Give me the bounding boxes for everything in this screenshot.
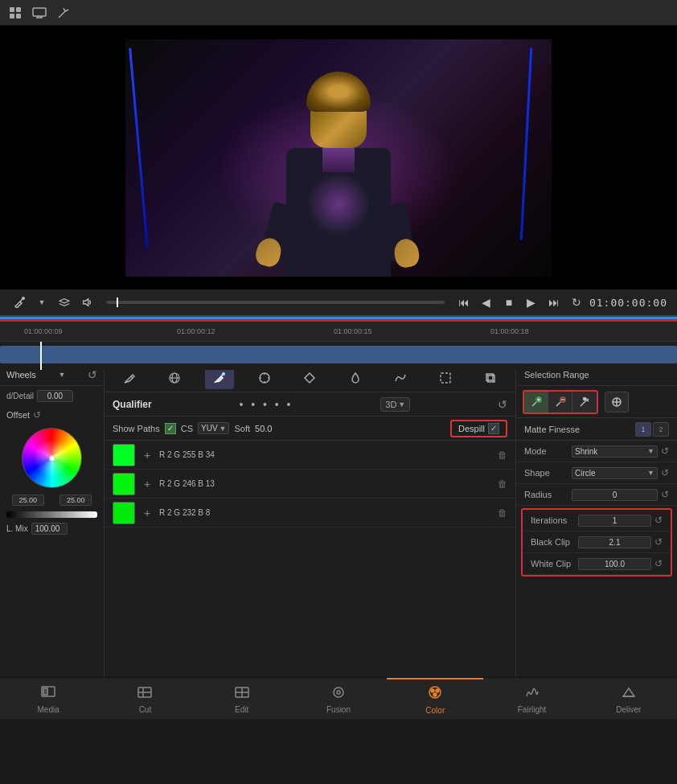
matte-shape-reset[interactable]: ↺	[661, 467, 669, 478]
color-wheel[interactable]	[22, 428, 82, 488]
offset-row: Offset ↺	[0, 406, 104, 424]
color-swatch-3[interactable]	[113, 502, 135, 524]
preview-section: ▼ ⏮ ◀ ■ ▶ ⏭ ↻ 01:00:00:00	[0, 26, 677, 315]
qualifier-reset-button[interactable]: ↺	[498, 398, 507, 411]
matte-blackclip-reset[interactable]: ↺	[654, 536, 663, 548]
timecode-display: 01:00:00:00	[589, 297, 667, 309]
color-swatch-1[interactable]	[113, 444, 135, 466]
matte-shape-label: Shape	[524, 468, 568, 478]
progress-bar[interactable]	[106, 301, 445, 304]
matte-iterations-value[interactable]: 1	[578, 515, 651, 527]
timeline-section: 01:00:00:09 01:00:00:12 01:00:00:15 01:0…	[0, 315, 677, 363]
matte-shape-row: Shape Circle ▼ ↺	[516, 462, 677, 484]
offset-label: Offset	[6, 410, 30, 420]
person-figure	[286, 84, 391, 277]
fusion-icon	[330, 685, 347, 704]
color-values-3: R 2 G 232 B 8	[159, 508, 493, 517]
add-color-3-button[interactable]: +	[140, 506, 154, 520]
stop-button[interactable]: ■	[499, 293, 519, 312]
add-selection-tool[interactable]	[524, 392, 548, 413]
selection-range-title: Selection Range	[524, 370, 589, 380]
volume-icon[interactable]	[77, 293, 96, 312]
eyedropper-button[interactable]	[10, 293, 29, 312]
ruler-mark-3: 01:00:00:15	[334, 327, 372, 335]
eyedropper-dropdown[interactable]: ▼	[32, 293, 51, 312]
despill-checkbox[interactable]: ✓	[488, 423, 499, 434]
hand-right	[392, 236, 421, 269]
fast-forward-button[interactable]: ⏭	[544, 293, 564, 312]
video-preview	[0, 26, 677, 289]
step-back-button[interactable]: ◀	[477, 293, 496, 312]
delete-color-2-button[interactable]: 🗑	[498, 478, 507, 490]
luma-slider[interactable]	[6, 511, 97, 518]
person-head	[310, 84, 367, 148]
selection-extra-tool[interactable]	[605, 392, 629, 413]
tab-cut[interactable]: Cut	[96, 678, 193, 719]
wheel-val-1[interactable]: 25.00	[12, 495, 44, 506]
eyedropper-area: ▼	[10, 293, 96, 312]
tab-color[interactable]: Color	[387, 678, 483, 719]
wheel-val-2[interactable]: 25.00	[59, 495, 92, 506]
wheels-dropdown[interactable]: ▼	[58, 371, 65, 379]
layers-icon[interactable]	[55, 293, 74, 312]
play-button[interactable]: ▶	[522, 293, 541, 312]
grid-icon[interactable]	[6, 4, 24, 22]
svg-rect-1	[16, 7, 21, 12]
wand-icon[interactable]	[55, 4, 72, 22]
matte-radius-reset[interactable]: ↺	[661, 489, 669, 500]
svg-point-53	[334, 688, 343, 697]
matte-tab-2[interactable]: 2	[653, 422, 669, 437]
right-panel: Selection Range	[516, 363, 677, 677]
color-tab-label: Color	[425, 706, 445, 715]
fairlight-tab-label: Fairlight	[518, 705, 547, 714]
subtract-selection-tool[interactable]	[548, 392, 572, 413]
matte-mode-reset[interactable]: ↺	[661, 445, 669, 457]
magic-wand-tool[interactable]	[572, 392, 597, 413]
svg-point-57	[436, 689, 439, 692]
matte-finesse-section: Matte Finesse 1 2 Mode Shrink ▼ ↺ Shape	[516, 418, 677, 677]
delete-color-1-button[interactable]: 🗑	[498, 449, 507, 461]
monitor-icon[interactable]	[31, 4, 48, 22]
matte-whiteclip-value[interactable]: 100.0	[578, 558, 651, 570]
tab-fusion[interactable]: Fusion	[290, 678, 387, 719]
cs-select[interactable]: YUV ▼	[198, 422, 229, 434]
svg-rect-0	[10, 7, 14, 12]
tab-edit[interactable]: Edit	[194, 678, 290, 719]
fusion-tab-label: Fusion	[326, 705, 351, 714]
svg-rect-25	[441, 373, 450, 383]
matte-blackclip-label: Black Clip	[531, 537, 575, 547]
color-swatch-2[interactable]	[113, 473, 135, 495]
svg-marker-24	[305, 373, 314, 383]
matte-blackclip-value[interactable]: 2.1	[578, 536, 651, 548]
offset-reset[interactable]: ↺	[33, 409, 41, 421]
skip-to-start-button[interactable]: ⏮	[454, 293, 474, 312]
timeline-ruler[interactable]: 01:00:00:09 01:00:00:12 01:00:00:15 01:0…	[0, 322, 677, 342]
svg-point-56	[431, 689, 434, 692]
tab-fairlight[interactable]: Fairlight	[483, 678, 580, 719]
matte-shape-select[interactable]: Circle ▼	[572, 467, 658, 479]
color-wheels-panel: Wheels ▼ ↺ d/Detail 0.00 Offset ↺ 25.00 …	[0, 363, 105, 677]
tab-deliver[interactable]: Deliver	[581, 678, 677, 719]
add-color-2-button[interactable]: +	[140, 477, 154, 491]
loop-button[interactable]: ↻	[567, 293, 586, 312]
hand-left	[253, 235, 284, 269]
media-tab-label: Media	[38, 705, 59, 714]
detail-value[interactable]: 0.00	[37, 390, 73, 402]
matte-radius-value[interactable]: 0	[572, 489, 658, 501]
cut-icon	[137, 685, 153, 704]
timeline-track-bar[interactable]	[0, 346, 677, 363]
matte-whiteclip-reset[interactable]: ↺	[654, 558, 663, 569]
matte-tab-1[interactable]: 1	[635, 422, 651, 437]
lmix-value[interactable]: 100.00	[31, 523, 68, 535]
svg-rect-4	[33, 8, 46, 16]
matte-mode-select[interactable]: Shrink ▼	[572, 445, 658, 458]
video-frame	[125, 39, 552, 277]
soft-value[interactable]: 50.0	[255, 424, 272, 433]
tab-media[interactable]: Media	[0, 678, 96, 719]
show-paths-checkbox[interactable]: ✓	[165, 423, 176, 434]
delete-color-3-button[interactable]: 🗑	[498, 507, 507, 519]
matte-iterations-reset[interactable]: ↺	[654, 515, 663, 526]
add-color-1-button[interactable]: +	[140, 448, 154, 462]
despill-button[interactable]: Despill ✓	[450, 420, 507, 437]
qualifier-3d-button[interactable]: 3D ▼	[380, 397, 410, 412]
